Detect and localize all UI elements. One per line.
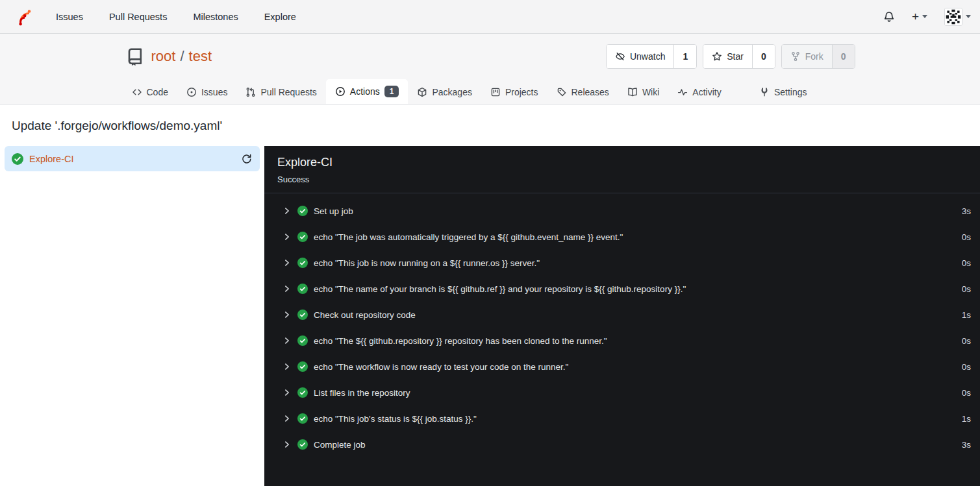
- chevron-right-icon[interactable]: [283, 310, 292, 319]
- nav-item-explore[interactable]: Explore: [264, 12, 296, 22]
- chevron-right-icon[interactable]: [283, 414, 292, 423]
- eye-off-icon: [615, 51, 625, 62]
- nav-item-issues[interactable]: Issues: [56, 12, 83, 22]
- step-label: echo "The job was automatically triggere…: [314, 232, 954, 242]
- chevron-right-icon[interactable]: [283, 284, 292, 293]
- repo-action-buttons: Unwatch 1 Star 0: [606, 44, 855, 69]
- check-circle-icon: [297, 361, 308, 372]
- tab-pull-requests[interactable]: Pull Requests: [236, 80, 325, 104]
- jobs-sidebar: Explore-CI: [0, 146, 264, 486]
- check-circle-icon: [297, 439, 308, 450]
- notifications-bell-icon[interactable]: [883, 11, 895, 23]
- step-duration: 0s: [962, 284, 971, 294]
- chevron-right-icon[interactable]: [283, 232, 292, 241]
- nav-item-pull-requests[interactable]: Pull Requests: [109, 12, 167, 22]
- step-label: echo "The ${{ github.repository }} repos…: [314, 336, 954, 346]
- step-row[interactable]: Set up job3s: [264, 198, 980, 224]
- star-button[interactable]: Star 0: [703, 44, 775, 69]
- chevron-right-icon[interactable]: [283, 206, 292, 215]
- step-label: echo "This job's status is ${{ job.statu…: [314, 414, 954, 424]
- step-label: echo "This job is now running on a ${{ r…: [314, 258, 954, 268]
- tab-label: Settings: [774, 87, 807, 97]
- tab-label: Activity: [692, 87, 721, 97]
- fork-count: 0: [832, 45, 855, 68]
- tab-wiki[interactable]: Wiki: [618, 80, 668, 104]
- tab-code[interactable]: Code: [123, 80, 177, 104]
- tab-label: Releases: [572, 87, 609, 97]
- pull-request-icon: [245, 87, 256, 97]
- step-row[interactable]: echo "The ${{ github.repository }} repos…: [264, 328, 980, 354]
- step-duration: 0s: [962, 336, 971, 346]
- tab-label: Issues: [201, 87, 227, 97]
- fork-label: Fork: [805, 51, 823, 62]
- step-label: Set up job: [314, 206, 954, 216]
- chevron-right-icon[interactable]: [283, 388, 292, 397]
- step-row[interactable]: Complete job3s: [264, 431, 980, 457]
- pulse-icon: [677, 87, 688, 97]
- step-duration: 1s: [962, 414, 971, 424]
- step-label: echo "The name of your branch is ${{ git…: [314, 284, 954, 294]
- check-circle-icon: [297, 206, 308, 216]
- tab-activity[interactable]: Activity: [668, 80, 730, 104]
- step-label: Check out repository code: [314, 310, 954, 320]
- nav-links: Issues Pull Requests Milestones Explore: [56, 12, 296, 22]
- chevron-right-icon[interactable]: [283, 362, 292, 371]
- tab-projects[interactable]: Projects: [481, 80, 547, 104]
- plus-icon: +: [912, 10, 919, 23]
- check-circle-icon: [12, 153, 23, 165]
- chevron-right-icon[interactable]: [283, 440, 292, 449]
- check-circle-icon: [297, 335, 308, 346]
- code-icon: [132, 87, 142, 97]
- tab-settings[interactable]: Settings: [750, 80, 816, 104]
- book-open-icon: [627, 87, 638, 97]
- run-title-row: Update '.forgejo/workflows/demo.yaml': [0, 104, 980, 146]
- tab-packages[interactable]: Packages: [408, 80, 481, 104]
- step-duration: 3s: [962, 440, 971, 450]
- repo-owner-link[interactable]: root: [151, 48, 176, 65]
- refresh-icon[interactable]: [241, 153, 252, 164]
- package-icon: [417, 87, 427, 97]
- job-item-explore-ci[interactable]: Explore-CI: [5, 146, 260, 171]
- forgejo-logo-icon[interactable]: [14, 7, 34, 27]
- check-circle-icon: [297, 258, 308, 268]
- tab-label: Projects: [505, 87, 538, 97]
- repo-name-link[interactable]: test: [189, 48, 212, 65]
- chevron-down-icon: [922, 15, 927, 18]
- chevron-right-icon[interactable]: [283, 258, 292, 267]
- step-row[interactable]: List files in the repository0s: [264, 380, 980, 406]
- run-job-title: Explore-CI: [277, 156, 967, 169]
- nav-item-milestones[interactable]: Milestones: [193, 12, 238, 22]
- user-menu-button[interactable]: [944, 8, 971, 26]
- run-status-text: Success: [277, 175, 967, 184]
- check-circle-icon: [297, 310, 308, 320]
- tab-label: Code: [147, 87, 168, 97]
- run-panel-header: Explore-CI Success: [264, 146, 980, 193]
- chevron-right-icon[interactable]: [283, 336, 292, 345]
- job-label: Explore-CI: [29, 154, 74, 164]
- tab-issues[interactable]: Issues: [177, 80, 236, 104]
- step-duration: 1s: [962, 310, 971, 320]
- tab-releases[interactable]: Releases: [547, 80, 618, 104]
- create-new-button[interactable]: +: [912, 10, 927, 23]
- star-count[interactable]: 0: [752, 45, 775, 68]
- step-row[interactable]: echo "The job was automatically triggere…: [264, 224, 980, 250]
- project-board-icon: [490, 87, 501, 97]
- step-row[interactable]: echo "The name of your branch is ${{ git…: [264, 276, 980, 302]
- check-circle-icon: [297, 232, 308, 242]
- step-row[interactable]: echo "This job's status is ${{ job.statu…: [264, 406, 980, 431]
- tag-icon: [557, 87, 567, 97]
- tab-actions[interactable]: Actions 1: [326, 79, 408, 104]
- step-duration: 0s: [962, 362, 971, 372]
- navbar-right: +: [883, 8, 971, 26]
- tools-icon: [759, 87, 770, 97]
- watch-count[interactable]: 1: [673, 45, 696, 68]
- step-duration: 0s: [962, 258, 971, 268]
- issue-icon: [186, 87, 197, 97]
- forgejo-app: Issues Pull Requests Milestones Explore …: [0, 0, 980, 486]
- unwatch-button[interactable]: Unwatch 1: [606, 44, 697, 69]
- avatar: [944, 8, 962, 26]
- unwatch-label: Unwatch: [630, 51, 665, 62]
- step-row[interactable]: echo "The workflow is now ready to test …: [264, 354, 980, 380]
- step-row[interactable]: echo "This job is now running on a ${{ r…: [264, 250, 980, 276]
- step-row[interactable]: Check out repository code1s: [264, 302, 980, 328]
